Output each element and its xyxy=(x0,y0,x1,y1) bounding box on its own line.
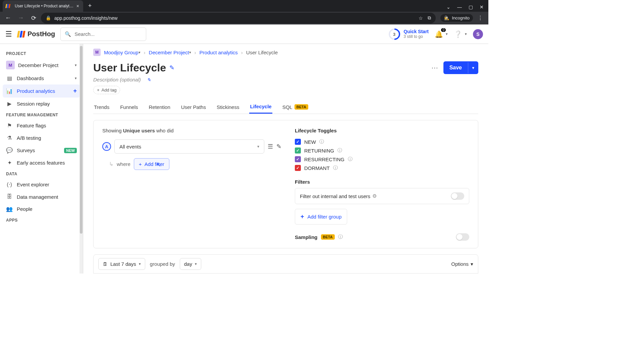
scrollbar-thumb[interactable] xyxy=(80,46,83,234)
date-range-selector[interactable]: 🗓 Last 7 days ▾ xyxy=(98,258,145,270)
tab-retention[interactable]: Retention xyxy=(148,100,171,114)
sidebar-item-label: Surveys xyxy=(17,147,35,153)
menu-icon[interactable]: ☰ xyxy=(5,30,12,39)
beta-badge: BETA xyxy=(321,234,335,240)
search-input[interactable]: 🔍 Search... xyxy=(60,27,146,41)
gear-icon[interactable]: ⚙ xyxy=(372,193,377,199)
filter-icon[interactable]: ☰ xyxy=(268,143,273,150)
info-icon[interactable]: ⓘ xyxy=(333,165,338,171)
maximize-icon[interactable]: ▢ xyxy=(469,4,473,10)
quick-start-button[interactable]: 3 Quick Start 3 still to go xyxy=(389,28,429,40)
query-panel: Showing Unique users who did A All event… xyxy=(93,120,478,248)
checkbox-checked-icon[interactable]: ✓ xyxy=(295,165,301,171)
reload-button[interactable]: ⟳ xyxy=(28,13,39,23)
new-badge: NEW xyxy=(64,148,77,153)
back-button[interactable]: ← xyxy=(3,13,13,23)
breadcrumb-org[interactable]: Moodjoy Group xyxy=(104,50,139,55)
address-bar[interactable]: 🔒 app.posthog.com/insights/new ☆ ⧉ xyxy=(41,13,436,23)
sidebar-item-event-explorer[interactable]: (⋅) Event explorer xyxy=(3,178,80,191)
toggle-new[interactable]: ✓ NEW ⓘ xyxy=(295,137,469,146)
sidebar-item-early-access[interactable]: ✦ Early access features xyxy=(3,157,80,169)
checkbox-checked-icon[interactable]: ✓ xyxy=(295,139,301,145)
url-text: app.posthog.com/insights/new xyxy=(54,15,117,21)
close-window-icon[interactable]: ✕ xyxy=(480,4,484,10)
tab-lifecycle[interactable]: Lifecycle xyxy=(249,100,272,114)
toggle-switch[interactable] xyxy=(456,233,469,241)
star-icon[interactable]: ☆ xyxy=(419,15,423,21)
help-button[interactable]: ❔ xyxy=(454,30,462,38)
notifications-button[interactable]: 🔔 0 xyxy=(435,30,443,38)
search-placeholder: Search... xyxy=(74,31,95,37)
page-title: User Lifecycle xyxy=(93,62,166,74)
info-icon[interactable]: ⓘ xyxy=(337,147,342,154)
info-icon[interactable]: ⓘ xyxy=(348,156,353,162)
people-icon: 👥 xyxy=(6,206,13,212)
sidebar-item-data-management[interactable]: 🗄 Data management xyxy=(3,191,80,203)
edit-icon[interactable]: ✎ xyxy=(276,143,281,150)
tab-funnels[interactable]: Funnels xyxy=(119,100,139,114)
toggle-switch[interactable] xyxy=(451,192,464,200)
forward-button[interactable]: → xyxy=(15,13,26,23)
brand-name: PostHog xyxy=(28,30,55,38)
options-button[interactable]: Options ▾ xyxy=(451,261,473,267)
sidebar-item-surveys[interactable]: 💬 Surveys NEW xyxy=(3,144,80,157)
checkbox-checked-icon[interactable]: ✓ xyxy=(295,147,301,154)
sampling-row: Sampling BETA ⓘ xyxy=(295,233,469,241)
chevron-down-icon[interactable]: ▾ xyxy=(465,32,467,36)
sidebar-item-dashboards[interactable]: ▤ Dashboards ▾ xyxy=(3,72,80,84)
sidebar-item-label: Session replay xyxy=(17,101,50,107)
info-icon[interactable]: ⓘ xyxy=(338,234,343,240)
description-field[interactable]: Description (optional) ✎ xyxy=(93,77,478,82)
minimize-icon[interactable]: — xyxy=(457,4,462,10)
chevron-down-icon[interactable]: ▾ xyxy=(139,50,141,55)
chevron-down-icon[interactable]: ▾ xyxy=(468,62,478,73)
breadcrumb-area[interactable]: Product analytics xyxy=(200,50,238,55)
toggle-resurrecting[interactable]: ✓ RESURRECTING ⓘ xyxy=(295,155,469,164)
sidebar-item-people[interactable]: 👥 People xyxy=(3,203,80,215)
plus-icon[interactable]: + xyxy=(73,87,77,95)
scrollbar-track[interactable] xyxy=(79,44,83,274)
chevron-down-icon[interactable]: ▾ xyxy=(189,50,191,55)
add-filter-group-button[interactable]: + Add filter group xyxy=(295,209,347,225)
tab-trends[interactable]: Trends xyxy=(93,100,110,114)
series-badge: A xyxy=(102,142,111,151)
info-icon[interactable]: ⓘ xyxy=(319,139,324,145)
brand-logo[interactable]: PostHog xyxy=(17,30,55,38)
kebab-icon[interactable]: ⋮ xyxy=(478,15,483,21)
incognito-indicator[interactable]: 🕵️ Incognito xyxy=(440,14,473,22)
edit-icon[interactable]: ✎ xyxy=(147,77,151,82)
project-selector[interactable]: M December Project ▾ xyxy=(3,58,80,72)
sidebar-item-session-replay[interactable]: ▶ Session replay xyxy=(3,98,80,110)
interval-selector[interactable]: day ▾ xyxy=(180,258,201,270)
event-selector[interactable]: All events ▾ xyxy=(114,139,264,154)
new-tab-button[interactable]: + xyxy=(85,1,95,11)
more-icon[interactable]: ⋯ xyxy=(431,64,439,72)
toggle-label: NEW xyxy=(304,139,316,145)
sidebar-item-feature-flags[interactable]: ⚑ Feature flags xyxy=(3,119,80,132)
install-icon[interactable]: ⧉ xyxy=(428,15,431,21)
avatar[interactable]: S xyxy=(473,29,483,39)
chevron-down-icon[interactable]: ▾ xyxy=(75,76,77,80)
toggle-dormant[interactable]: ✓ DORMANT ⓘ xyxy=(295,164,469,172)
sidebar-item-ab-testing[interactable]: ⚗ A/B testing xyxy=(3,132,80,144)
save-button[interactable]: Save ▾ xyxy=(443,61,478,74)
edit-icon[interactable]: ✎ xyxy=(169,64,174,71)
add-filter-button[interactable]: + Add filter ↖ xyxy=(134,158,169,170)
interval-label: day xyxy=(184,261,192,267)
breadcrumb-project[interactable]: December Project xyxy=(149,50,189,55)
browser-tab[interactable]: User Lifecycle • Product analytics × xyxy=(3,0,83,12)
plus-icon: + xyxy=(301,213,304,220)
chevron-down-icon[interactable]: ▾ xyxy=(75,63,77,67)
tab-user-paths[interactable]: User Paths xyxy=(180,100,207,114)
chevron-down-icon[interactable]: ⌄ xyxy=(446,4,450,10)
tab-stickiness[interactable]: Stickiness xyxy=(216,100,240,114)
close-icon[interactable]: × xyxy=(76,3,79,9)
tab-sql[interactable]: SQL BETA xyxy=(282,100,309,114)
sidebar-item-label: A/B testing xyxy=(17,135,41,141)
toggle-returning[interactable]: ✓ RETURNING ⓘ xyxy=(295,146,469,155)
chevron-right-icon: › xyxy=(144,50,146,55)
add-tag-button[interactable]: + Add tag xyxy=(93,86,120,94)
sidebar-item-product-analytics[interactable]: 📊 Product analytics + xyxy=(3,84,80,98)
checkbox-checked-icon[interactable]: ✓ xyxy=(295,156,301,162)
chevron-down-icon[interactable]: ▾ xyxy=(446,32,448,36)
